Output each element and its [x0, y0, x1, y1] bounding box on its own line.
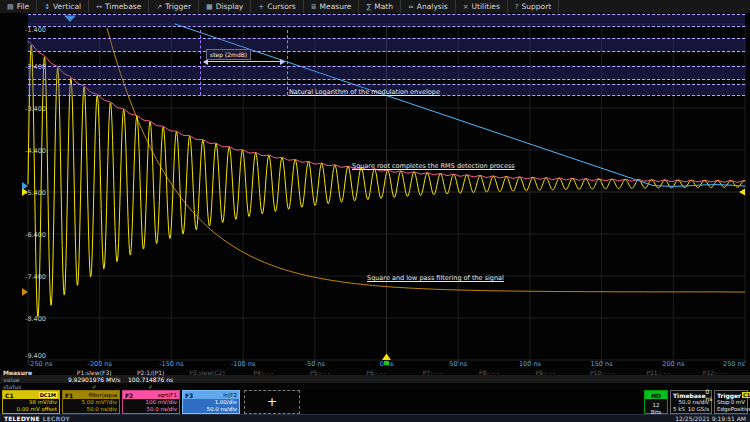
annotation-sqrt: Square root completes the RMS detection …	[352, 162, 515, 170]
measure-status-icon-p2: ✓	[122, 383, 178, 390]
step-cursor-label[interactable]: step (2mdB)	[206, 49, 251, 60]
measure-column-header-p10[interactable]: P10:- - -	[574, 369, 630, 376]
waveform-display[interactable]: -250 ns-200 ns-150 ns-100 ns-50 ns0 ns50…	[0, 0, 750, 368]
annotation-filter: Square and low pass filtering of the sig…	[367, 274, 504, 282]
display-icon: ▦	[206, 3, 213, 11]
menu-item-trigger[interactable]: ↗Trigger	[149, 0, 199, 13]
measure-column-header-p8[interactable]: P8:- - -	[461, 369, 517, 376]
measure-row-label: status	[3, 383, 21, 390]
measure-row-label: value	[3, 376, 19, 383]
hd-label: HD	[645, 391, 667, 399]
trigger-level-marker[interactable]	[739, 189, 745, 196]
menu-bar: ▤File↕Vertical↔Timebase↗Trigger▦Display+…	[0, 0, 750, 14]
menu-item-vertical[interactable]: ↕Vertical	[37, 0, 89, 13]
x-axis-label: 150 ns	[591, 360, 614, 368]
measure-column-header-p5[interactable]: P5:- - -	[292, 369, 348, 376]
horizontal-cursor-band[interactable]	[28, 38, 745, 52]
menu-item-support[interactable]: ?Support	[508, 0, 559, 13]
measure-value-p2: 100.714876 ns	[122, 376, 178, 383]
vertical-cursor-1[interactable]	[200, 30, 201, 95]
measure-column-header-p12[interactable]: P12:- - -	[686, 369, 742, 376]
menu-item-utilities[interactable]: ×Utilities	[456, 0, 508, 13]
trigger-box[interactable]: Trigger C1 DC Stop 0 mV Edge Positive	[714, 390, 748, 414]
f2-label: F2	[125, 392, 133, 399]
horizontal-cursor-band[interactable]	[28, 66, 745, 80]
menu-item-display[interactable]: ▦Display	[199, 0, 251, 13]
measure-column-header-p11[interactable]: P11:- - -	[630, 369, 686, 376]
measure-column-header-p6[interactable]: P6:- - -	[348, 369, 404, 376]
menu-label: Utilities	[472, 2, 500, 11]
measure-column-header-p1[interactable]: P1:slew(F3)	[66, 369, 122, 376]
add-trace-button[interactable]: +	[244, 390, 300, 414]
trigger-position-marker[interactable]	[382, 354, 391, 361]
y-axis-label: -9.400	[25, 352, 46, 360]
f1-tdiv: 50.0 ns/div	[65, 406, 117, 413]
menu-item-measure[interactable]: ≣Measure	[304, 0, 360, 13]
plus-icon: +	[267, 395, 277, 409]
measure-status-icon-p1: ✓	[66, 383, 122, 390]
function-f1-descriptor[interactable]: F1 filter(squa 5.00 mV²/div 50.0 ns/div	[62, 390, 120, 414]
menu-item-timebase[interactable]: ↔Timebase	[89, 0, 149, 13]
trigger-icon: ↗	[156, 3, 162, 11]
menu-item-math[interactable]: ∑Math	[359, 0, 400, 13]
x-axis-label: 200 ns	[662, 360, 685, 368]
vertical-cursor-2[interactable]	[287, 30, 288, 95]
x-axis-label: -200 ns	[88, 360, 113, 368]
x-axis-label: 50 ns	[449, 360, 467, 368]
horizontal-cursor-band[interactable]	[28, 14, 745, 27]
menu-label: Timebase	[105, 2, 141, 11]
measure-column-header-p3[interactable]: P3:slew(C2)	[179, 369, 235, 376]
timebase-scale: 50.0 ns/div	[673, 399, 709, 406]
utilities-icon: ×	[463, 3, 469, 11]
trigger-level: 0 mV	[731, 399, 745, 406]
y-axis-label: -7.400	[25, 273, 46, 281]
f2-vdiv: 100 mV/div	[125, 399, 177, 406]
f3-function: ln(F2	[223, 392, 237, 399]
y-axis-label: -5.400	[25, 189, 46, 197]
measure-column-header-p4[interactable]: P4:- - -	[235, 369, 291, 376]
annotation-ln: Natural Logarithm of the modulation enve…	[289, 88, 440, 96]
zero-time-marker[interactable]	[384, 361, 389, 365]
measure-column-header-p2[interactable]: P2:1/(P1)	[122, 369, 178, 376]
function-f2-descriptor[interactable]: F2 sqrt(F1 100 mV/div 50.0 ns/div	[122, 390, 180, 414]
menu-item-file[interactable]: ▤File	[0, 0, 37, 13]
timebase-box[interactable]: Timebase 0 ns 50.0 ns/div 5 kS 10 GS/s	[670, 390, 712, 414]
trigger-title: Trigger	[717, 392, 741, 399]
hd-mode-box[interactable]: HD 12 Bits	[644, 390, 668, 414]
measure-column-header-p9[interactable]: P9:- - -	[517, 369, 573, 376]
f3-tdiv: 50.0 ns/div	[185, 406, 237, 413]
measure-value-p1: 9.92901976 MV/s	[66, 376, 122, 383]
vertical-icon: ↕	[44, 3, 50, 11]
brand-teledyne: TELEDYNE	[4, 415, 40, 422]
menu-item-cursors[interactable]: +Cursors	[251, 0, 303, 13]
x-axis-label: -250 ns	[28, 360, 53, 368]
analysis-icon: ≈	[408, 3, 414, 11]
y-axis-label: -8.400	[25, 315, 46, 323]
x-axis-label: -50 ns	[305, 360, 326, 368]
status-bar: TELEDYNE LECROY 12/25/2021 9:19:51 AM	[0, 414, 750, 422]
menu-label: File	[17, 2, 30, 11]
timebase-icon: ↔	[96, 3, 102, 11]
trigger-slope: Positive	[731, 406, 750, 413]
menu-item-analysis[interactable]: ≈Analysis	[401, 0, 456, 13]
timebase-points: 5 kS	[673, 406, 685, 413]
measure-row-label: Measure	[3, 369, 32, 376]
menu-label: Analysis	[417, 2, 448, 11]
f1-zero-marker[interactable]	[22, 288, 28, 296]
f2-tdiv: 50.0 ns/div	[125, 406, 177, 413]
c1-vdiv: 98 mV/div	[5, 399, 57, 406]
cursor-delta-arrow[interactable]	[204, 61, 284, 62]
menu-label: Math	[374, 2, 393, 11]
timebase-title: Timebase	[673, 392, 705, 399]
x-axis-label: 100 ns	[519, 360, 542, 368]
oscilloscope-screen: ▤File↕Vertical↔Timebase↗Trigger▦Display+…	[0, 0, 750, 422]
channel-c1-descriptor[interactable]: C1 DC1M 98 mV/div 0.00 mV offset 85.587 …	[2, 390, 60, 414]
function-f3-descriptor-selected[interactable]: F3 ln(F2 1.00/div 50.0 ns/div	[182, 390, 240, 414]
menu-label: Display	[216, 2, 244, 11]
x-axis-label: -150 ns	[159, 360, 184, 368]
measure-column-header-p7[interactable]: P7:- - -	[404, 369, 460, 376]
datetime: 12/25/2021 9:19:51 AM	[675, 415, 746, 422]
f1-vdiv: 5.00 mV²/div	[65, 399, 117, 406]
math-icon: ∑	[366, 3, 371, 11]
x-axis-label: -100 ns	[231, 360, 256, 368]
